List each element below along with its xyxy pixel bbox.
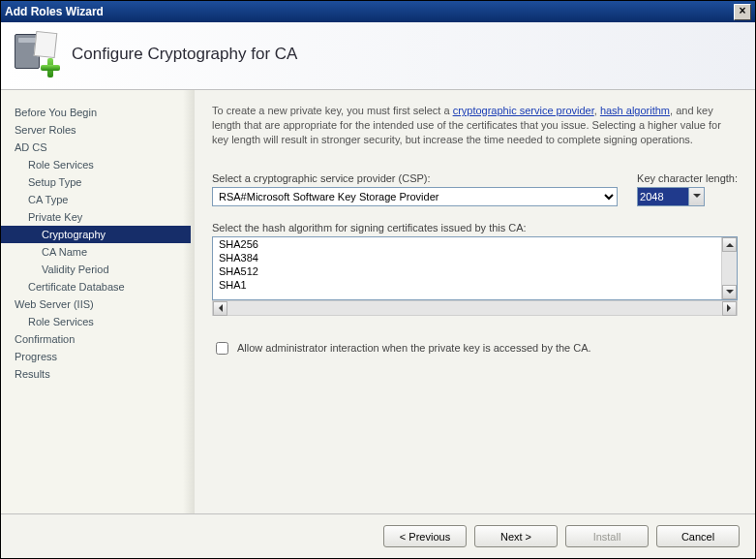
link-hash-algorithm[interactable]: hash algorithm [600,105,670,116]
titlebar: Add Roles Wizard × [1,1,755,22]
hash-option[interactable]: SHA1 [213,278,737,292]
admin-interaction-checkbox[interactable] [216,342,228,355]
sidebar-item[interactable]: Web Server (IIS) [1,295,191,313]
window-title: Add Roles Wizard [5,5,734,18]
wizard-icon [15,32,58,76]
previous-button[interactable]: < Previous [383,525,467,547]
scrollbar-vertical[interactable] [721,237,737,299]
sidebar-item[interactable]: Role Services [1,313,191,330]
sidebar-item[interactable]: Setup Type [1,173,191,191]
key-length-dropdown-button[interactable] [689,187,705,206]
scrollbar-horizontal[interactable] [212,300,738,316]
link-csp[interactable]: cryptographic service provider [453,105,594,116]
sidebar-item[interactable]: Server Roles [1,121,191,139]
sidebar-item[interactable]: Certificate Database [1,278,191,295]
scroll-left-button[interactable] [213,301,227,316]
page-title: Configure Cryptography for CA [72,45,297,64]
csp-select[interactable]: RSA#Microsoft Software Key Storage Provi… [212,187,618,206]
sidebar-item[interactable]: Results [1,365,191,383]
install-button[interactable]: Install [565,525,649,547]
hash-algorithm-listbox[interactable]: SHA256SHA384SHA512SHA1 [212,236,738,300]
sidebar-item[interactable]: Confirmation [1,330,191,348]
sidebar-item[interactable]: Validity Period [1,261,191,278]
sidebar-item[interactable]: CA Type [1,191,191,208]
scroll-up-button[interactable] [722,237,737,252]
hash-option[interactable]: SHA512 [213,264,737,278]
intro-text: To create a new private key, you must fi… [212,104,738,147]
content-pane: To create a new private key, you must fi… [195,90,755,559]
sidebar-item[interactable]: AD CS [1,139,191,156]
key-length-input[interactable] [637,187,689,206]
sidebar-item[interactable]: Before You Begin [1,104,191,121]
admin-interaction-label: Allow administrator interaction when the… [237,342,591,354]
sidebar-item[interactable]: CA Name [1,243,191,261]
sidebar-item[interactable]: Progress [1,348,191,365]
scroll-right-button[interactable] [722,301,737,316]
hash-label: Select the hash algorithm for signing ce… [212,222,738,233]
scroll-down-button[interactable] [722,285,737,299]
hash-option[interactable]: SHA384 [213,251,737,264]
sidebar-item[interactable]: Role Services [1,156,191,173]
header: Configure Cryptography for CA [1,22,755,90]
key-length-label: Key character length: [637,172,738,184]
next-button[interactable]: Next > [474,525,558,547]
cancel-button[interactable]: Cancel [656,525,740,547]
wizard-footer: < Previous Next > Install Cancel [1,513,755,558]
wizard-steps-sidebar: Before You BeginServer RolesAD CSRole Se… [1,90,195,559]
close-button[interactable]: × [734,4,751,20]
hash-option[interactable]: SHA256 [213,237,737,251]
csp-label: Select a cryptographic service provider … [212,172,618,184]
sidebar-item[interactable]: Cryptography [1,226,191,243]
sidebar-item[interactable]: Private Key [1,208,191,226]
